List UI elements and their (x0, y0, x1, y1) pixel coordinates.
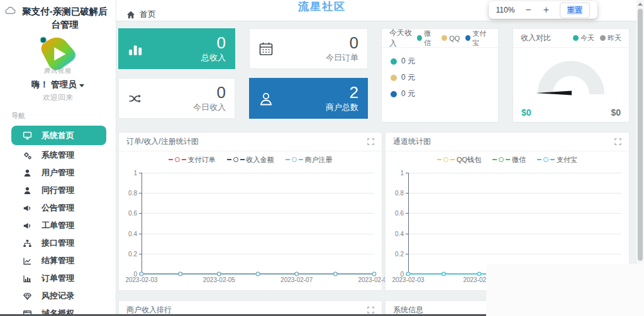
scrollbar-up-arrow[interactable] (638, 3, 643, 6)
sidebar-item-label: 系统首页 (42, 130, 74, 141)
gem-icon (23, 291, 32, 301)
chart-legend-qq-wallet[interactable]: QQ钱包 (437, 155, 481, 165)
stat-label: 商户总数 (280, 102, 358, 113)
legend-item-alipay[interactable]: 支付宝 (465, 29, 491, 48)
greeting-text: 嗨！ 管理员 (31, 79, 76, 90)
zoom-in-button[interactable]: + (542, 5, 550, 15)
panel-order-stats-chart: 订单/收入/注册统计图 支付订单 收入金额 商户注册 00.20.40.60.8… (118, 132, 382, 291)
avatar[interactable]: 腾讯视频 (33, 35, 83, 74)
zoom-reset-button[interactable]: 重置 (560, 3, 590, 18)
sidebar-item-announcements[interactable]: 公告管理 (0, 199, 116, 217)
legend-dot (391, 91, 397, 97)
stat-card-merchant-total: 2商户总数 (249, 78, 368, 119)
browser-zoom-popup: 110% − + 重置 (489, 1, 598, 19)
chart-series-svg (123, 168, 378, 286)
zoom-level: 110% (496, 6, 515, 14)
fullscreen-icon[interactable] (614, 138, 621, 145)
speaker-icon (23, 204, 32, 213)
sitemap-icon (23, 239, 32, 248)
sidebar-item-peers[interactable]: 同行管理 (0, 182, 116, 199)
sidebar: 聚支付-亲测已破解后台管理 腾讯视频 嗨！ 管理员 欢迎回来 导航 系统首页 (0, 0, 116, 316)
legend-dot (600, 35, 606, 41)
logo-watermark-text: 腾讯视频 (43, 67, 72, 75)
legend-dot (441, 35, 447, 41)
breadcrumb-home[interactable]: 首页 (140, 9, 156, 20)
merchant-icon (258, 91, 280, 106)
chart-legend-alipay[interactable]: 支付宝 (537, 155, 577, 165)
income-value: 0 元 (401, 56, 415, 67)
legend-dot (417, 35, 422, 41)
legend-label: 今天 (580, 33, 594, 43)
legend-item-qq[interactable]: QQ (441, 35, 460, 42)
shuffle-icon (128, 91, 149, 106)
stat-value: 2 (280, 84, 358, 101)
speaker-icon (23, 221, 32, 231)
legend-label: 支付订单 (188, 155, 216, 165)
admin-dashboard: 聚支付-亲测已破解后台管理 腾讯视频 嗨！ 管理员 欢迎回来 导航 系统首页 (0, 0, 644, 316)
stat-label: 总收入 (149, 52, 226, 63)
legend-label: 收入金额 (247, 155, 274, 165)
sidebar-item-label: 接口管理 (42, 237, 74, 249)
stat-value: 0 (149, 84, 226, 101)
chart-legend-pay-orders[interactable]: 支付订单 (169, 155, 216, 165)
income-row-wechat: 0 元 (391, 56, 489, 67)
stat-card-today-income: 0今日收入 (118, 78, 235, 119)
sidebar-item-label: 同行管理 (42, 185, 74, 196)
gauge-ring (545, 68, 597, 94)
panel-title: 今天收入 (389, 28, 417, 49)
fullscreen-icon[interactable] (367, 138, 374, 145)
cloud-icon (5, 6, 16, 14)
sidebar-item-api[interactable]: 接口管理 (0, 234, 116, 252)
sidebar-item-risk[interactable]: 风控记录 (0, 287, 116, 305)
legend-item-wechat[interactable]: 微信 (417, 29, 436, 48)
legend-label: QQ (449, 35, 460, 42)
stat-card-today-orders: 0今日订单 (249, 28, 368, 69)
brand-title: 聚支付-亲测已破解后台管理 (19, 5, 111, 31)
sidebar-item-home[interactable]: 系统首页 (11, 126, 106, 145)
nav-section-label: 导航 (0, 103, 116, 124)
panel-title: 订单/收入/注册统计图 (126, 136, 199, 147)
sidebar-item-label: 用户管理 (42, 167, 74, 178)
legend-item-yesterday[interactable]: 昨天 (600, 33, 621, 43)
legend-label: 微信 (424, 29, 436, 48)
monitor-icon (23, 131, 32, 140)
sidebar-item-orders[interactable]: 订单管理 (0, 270, 116, 287)
income-row-alipay: 0 元 (391, 89, 489, 99)
brand: 聚支付-亲测已破解后台管理 (0, 0, 116, 31)
sidebar-item-tickets[interactable]: 工单管理 (0, 217, 116, 234)
sidebar-item-system[interactable]: 系统管理 (0, 146, 116, 164)
user-icon (23, 168, 32, 178)
legend-label: 商户注册 (305, 155, 333, 165)
gauge-chart: $0 $0 (513, 48, 629, 123)
user-icon (23, 186, 32, 195)
stat-card-total-income: 0总收入 (118, 28, 235, 69)
panel-title: 通道统计图 (393, 136, 431, 147)
sidebar-item-settlement[interactable]: 结算管理 (0, 252, 116, 270)
caret-down-icon (79, 84, 84, 87)
user-greeting-dropdown[interactable]: 嗨！ 管理员 (0, 79, 116, 90)
panel-title: 收入对比 (521, 33, 551, 43)
legend-label: 昨天 (608, 33, 621, 43)
chart-legend-wechat[interactable]: 微信 (492, 155, 526, 165)
chart-legend-income-amount[interactable]: 收入金额 (227, 155, 274, 165)
legend-item-today[interactable]: 今天 (573, 33, 594, 43)
fullscreen-icon[interactable] (367, 307, 374, 313)
sidebar-item-users[interactable]: 用户管理 (0, 164, 116, 182)
legend-label: QQ钱包 (457, 155, 481, 165)
legend-dot (391, 58, 397, 65)
yesterday-amount: $0 (611, 107, 621, 117)
gears-icon (23, 151, 32, 160)
sidebar-item-label: 公告管理 (42, 202, 74, 214)
tencent-video-logo (37, 35, 79, 70)
legend-dot (391, 75, 397, 81)
legend-label: 微信 (512, 155, 526, 165)
stat-value: 0 (149, 35, 226, 51)
chart-legend-merchant-register[interactable]: 商户注册 (286, 155, 333, 165)
watermark-text: 流星社区 (298, 0, 346, 14)
line-chart-canvas: 00.20.40.60.812023-02-032023-02-052023-0… (123, 168, 378, 286)
zoom-out-button[interactable]: − (524, 5, 532, 15)
income-value: 0 元 (401, 89, 415, 99)
legend-dot (465, 35, 470, 41)
bars-icon (128, 41, 149, 57)
scrollbar-thumb[interactable] (638, 9, 643, 261)
